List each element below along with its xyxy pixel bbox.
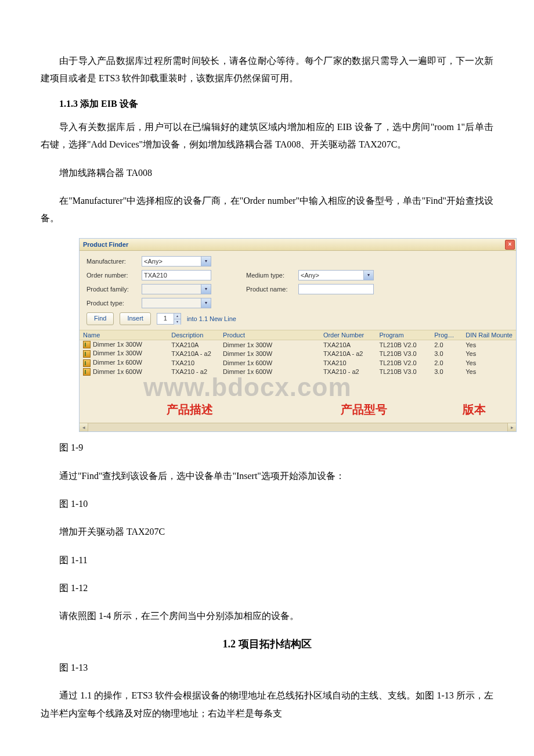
- spin-down-icon[interactable]: ▾: [174, 319, 181, 325]
- into-label: into 1.1 New Line: [187, 315, 236, 322]
- cell-product: Dimmer 1x 300W: [219, 340, 320, 349]
- device-icon: [83, 359, 91, 367]
- col-description[interactable]: Description: [168, 330, 219, 340]
- cell-prog: 3.0: [431, 349, 462, 358]
- cell-din: Yes: [462, 358, 516, 368]
- annotation-labels: 产品描述 产品型号 版本: [80, 402, 516, 417]
- chevron-down-icon: ▾: [363, 271, 373, 280]
- spin-up-icon[interactable]: ▴: [174, 314, 181, 319]
- horizontal-scrollbar[interactable]: ◂ ▸: [80, 423, 516, 431]
- heading-113: 1.1.3 添加 EIB 设备: [41, 98, 493, 110]
- watermark-text: www.bdocx.com: [143, 373, 352, 402]
- medium-type-value: <Any>: [301, 272, 319, 279]
- cell-order: TXA210A - a2: [320, 349, 376, 358]
- cell-din: Yes: [462, 349, 516, 358]
- cell-program: TL210B V2.0: [376, 358, 431, 368]
- table-row[interactable]: Dimmer 1x 300W TXA210A Dimmer 1x 300W TX…: [80, 340, 516, 349]
- heading-12: 1.2 项目拓扑结构区: [41, 637, 493, 651]
- watermark-area: www.bdocx.com 产品描述 产品型号 版本: [80, 376, 516, 423]
- manufacturer-combo[interactable]: <Any> ▾: [142, 256, 211, 267]
- paragraph: 通过 1.1 的操作，ETS3 软件会根据设备的物理地址在总线拓扑区域自动的主线…: [41, 687, 493, 722]
- cell-name: Dimmer 1x 600W: [93, 359, 142, 366]
- dialog-form: Manufacturer: <Any> ▾ Order number: TXA2…: [80, 251, 516, 330]
- figure-caption: 图 1-9: [41, 439, 493, 456]
- manufacturer-value: <Any>: [144, 258, 163, 265]
- cell-prog: 3.0: [431, 368, 462, 377]
- cell-product: Dimmer 1x 300W: [219, 349, 320, 358]
- medium-type-label: Medium type:: [246, 272, 293, 279]
- scroll-left-icon[interactable]: ◂: [80, 423, 88, 431]
- find-button[interactable]: Find: [86, 312, 114, 325]
- cell-description: TXA210: [168, 358, 219, 368]
- cell-program: TL210B V3.0: [376, 368, 431, 377]
- col-din[interactable]: DIN Rail Mounte: [462, 330, 516, 340]
- paragraph: 请依照图 1-4 所示，在三个房间当中分别添加相应的设备。: [41, 607, 493, 625]
- close-icon[interactable]: ×: [505, 240, 515, 250]
- device-icon: [83, 368, 91, 376]
- cell-din: Yes: [462, 368, 516, 377]
- insert-button[interactable]: Insert: [120, 312, 151, 325]
- quantity-stepper[interactable]: 1 ▴▾: [157, 313, 181, 325]
- cell-name: Dimmer 1x 600W: [93, 368, 142, 375]
- paragraph: 通过"Find"查找到该设备后，选中设备单击"Insert"选项开始添加设备：: [41, 467, 493, 485]
- col-product[interactable]: Product: [219, 330, 320, 340]
- medium-type-combo[interactable]: <Any> ▾: [298, 270, 374, 280]
- cell-product: Dimmer 1x 600W: [219, 358, 320, 368]
- figure-caption: 图 1-10: [41, 495, 493, 513]
- paragraph: 在"Manufacturer"中选择相应的设备厂商，在"Order number…: [41, 192, 493, 228]
- device-icon: [83, 341, 91, 348]
- product-family-combo[interactable]: ▾: [142, 284, 211, 294]
- col-program[interactable]: Program: [376, 330, 431, 340]
- col-prog[interactable]: Prog…: [431, 330, 462, 340]
- cell-description: TXA210A: [168, 340, 219, 349]
- cell-name: Dimmer 1x 300W: [93, 350, 142, 357]
- paragraph: 由于导入产品数据库过程所需时间较长，请各位耐心等待。每个厂家的数据只需导入一遍即…: [41, 52, 493, 88]
- cell-din: Yes: [462, 340, 516, 349]
- dialog-titlebar: Product Finder ×: [80, 239, 516, 251]
- product-type-combo[interactable]: ▾: [142, 298, 211, 308]
- cell-name: Dimmer 1x 300W: [93, 341, 142, 348]
- figure-caption: 图 1-11: [41, 552, 493, 569]
- table-row[interactable]: Dimmer 1x 300W TXA210A - a2 Dimmer 1x 30…: [80, 349, 516, 358]
- chevron-down-icon: ▾: [201, 257, 211, 266]
- cell-order: TXA210: [320, 358, 376, 368]
- cell-program: TL210B V2.0: [376, 340, 431, 349]
- product-name-input[interactable]: [298, 284, 374, 294]
- product-finder-dialog: Product Finder × Manufacturer: <Any> ▾ O…: [79, 238, 517, 432]
- product-family-label: Product family:: [86, 286, 136, 293]
- annotation-model: 产品型号: [341, 402, 387, 417]
- scroll-right-icon[interactable]: ▸: [507, 423, 516, 431]
- cell-program: TL210B V3.0: [376, 349, 431, 358]
- product-name-label: Product name:: [246, 286, 293, 293]
- results-table: Name Description Product Order Number Pr…: [80, 330, 516, 376]
- product-type-label: Product type:: [86, 300, 136, 307]
- device-icon: [83, 350, 91, 358]
- table-header: Name Description Product Order Number Pr…: [80, 330, 516, 340]
- manufacturer-label: Manufacturer:: [86, 258, 136, 265]
- dialog-title: Product Finder: [83, 241, 128, 248]
- cell-prog: 2.0: [431, 358, 462, 368]
- cell-order: TXA210A: [320, 340, 376, 349]
- cell-description: TXA210A - a2: [168, 349, 219, 358]
- order-number-input[interactable]: TXA210: [142, 270, 211, 280]
- chevron-down-icon: ▾: [201, 285, 211, 294]
- col-name[interactable]: Name: [80, 330, 168, 340]
- annotation-desc: 产品描述: [167, 402, 213, 417]
- paragraph: 增加开关驱动器 TAX207C: [41, 523, 493, 541]
- annotation-version: 版本: [463, 402, 486, 417]
- paragraph: 增加线路耦合器 TA008: [41, 164, 493, 182]
- cell-prog: 2.0: [431, 340, 462, 349]
- chevron-down-icon: ▾: [201, 298, 211, 308]
- table-row[interactable]: Dimmer 1x 600W TXA210 Dimmer 1x 600W TXA…: [80, 358, 516, 368]
- figure-caption: 图 1-12: [41, 579, 493, 597]
- order-number-label: Order number:: [86, 272, 136, 279]
- figure-caption: 图 1-13: [41, 659, 493, 676]
- paragraph: 导入有关数据库后，用户可以在已编辑好的建筑区域内增加相应的 EIB 设备了，选中…: [41, 118, 493, 154]
- col-order-number[interactable]: Order Number: [320, 330, 376, 340]
- quantity-value: 1: [164, 315, 167, 322]
